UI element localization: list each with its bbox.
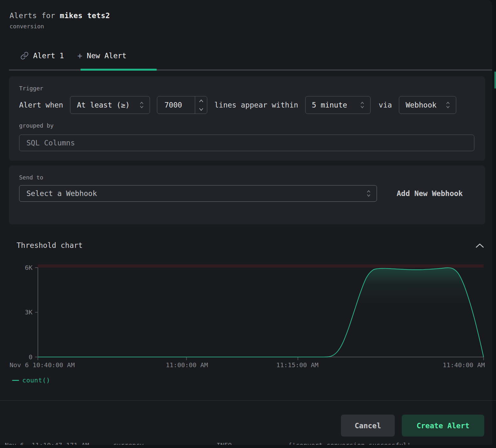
threshold-chart-title: Threshold chart (17, 241, 83, 249)
group-by-input[interactable] (19, 135, 474, 151)
alert-modal: Alerts for mikes tets2 conversion Alert … (0, 0, 492, 445)
select-chevron-icon (359, 100, 365, 110)
add-new-webhook-button[interactable]: Add New Webhook (397, 189, 463, 198)
tab-new-alert[interactable]: + New Alert (77, 51, 126, 60)
log-level: INFO (216, 442, 232, 445)
log-message: {'convert conversion successful' (288, 442, 411, 445)
threshold-input[interactable] (157, 96, 195, 114)
webhook-select-value: Select a Webhook (26, 189, 97, 198)
x-tick-1115: 11:15:00 AM (276, 361, 318, 369)
x-tick-1140: 11:40:00 AM (443, 361, 485, 369)
plus-icon: + (77, 51, 82, 60)
comparator-value: At least (≥) (77, 101, 130, 109)
legend-series-label: count() (22, 376, 50, 384)
chart-legend: count() (12, 376, 50, 384)
legend-line-swatch (12, 380, 19, 381)
select-chevron-icon (139, 100, 145, 110)
threshold-spinner (195, 96, 207, 114)
decrement-button[interactable] (195, 105, 207, 114)
send-to-section: Send to Select a Webhook Add New Webhook (9, 165, 485, 224)
select-chevron-icon (445, 100, 451, 110)
backdrop-right-strip (492, 0, 496, 448)
threshold-chart: 6K 3K 0 Nov 6 10:40:00 AM 11:00:00 AM 11… (0, 264, 492, 392)
create-alert-button[interactable]: Create Alert (402, 415, 484, 437)
send-to-label: Send to (19, 174, 475, 181)
background-green-sliver (494, 72, 496, 88)
dataset-name: mikes tets2 (60, 11, 110, 20)
x-tick-1040: Nov 6 10:40:00 AM (10, 361, 75, 369)
webhook-select[interactable]: Select a Webhook (19, 185, 377, 202)
log-timestamp: Nov 6, 11:10:47.171 AM (5, 442, 89, 445)
grouped-by-label: grouped by (19, 122, 475, 129)
window-value: 5 minute (312, 101, 347, 109)
via-text: via (379, 101, 392, 109)
threshold-input-group (157, 96, 207, 114)
collapse-chart-button[interactable] (475, 241, 486, 250)
trigger-label: Trigger (19, 85, 475, 92)
tab-alert-1-label: Alert 1 (33, 52, 64, 60)
y-tick-0: 0 (11, 353, 32, 361)
background-log-row: Nov 6, 11:10:47.171 AM currency INFO {'c… (0, 442, 492, 445)
alert-tabs: Alert 1 + New Alert (0, 48, 492, 71)
channel-select[interactable]: Webhook (399, 96, 456, 114)
page-title-prefix: Alerts for (10, 11, 60, 20)
alert-when-text: Alert when (19, 101, 63, 109)
chevron-up-icon (475, 242, 485, 249)
modal-header: Alerts for mikes tets2 conversion (10, 11, 110, 30)
y-tick-6k: 6K (11, 264, 32, 271)
x-tick-1100: 11:00:00 AM (166, 361, 208, 369)
active-tab-indicator (81, 69, 157, 71)
tab-alert-1[interactable]: Alert 1 (20, 52, 64, 60)
tab-new-alert-label: New Alert (87, 52, 127, 60)
window-select[interactable]: 5 minute (305, 96, 371, 114)
chevron-down-icon (199, 108, 204, 111)
threshold-chart-svg (35, 264, 484, 363)
cancel-button[interactable]: Cancel (341, 415, 395, 437)
log-service: currency (113, 442, 144, 445)
dataset-subtitle: conversion (10, 23, 110, 30)
footer-divider (0, 400, 496, 401)
y-tick-3k: 3K (11, 308, 32, 316)
chevron-up-icon (199, 99, 204, 103)
channel-value: Webhook (406, 101, 436, 109)
comparator-select[interactable]: At least (≥) (70, 96, 150, 114)
lines-appear-text: lines appear within (214, 101, 298, 109)
increment-button[interactable] (195, 96, 207, 105)
link-icon (20, 52, 29, 60)
select-chevron-icon (366, 189, 372, 198)
page-title: Alerts for mikes tets2 (10, 11, 110, 20)
trigger-section: Trigger Alert when At least (≥) (9, 76, 485, 161)
